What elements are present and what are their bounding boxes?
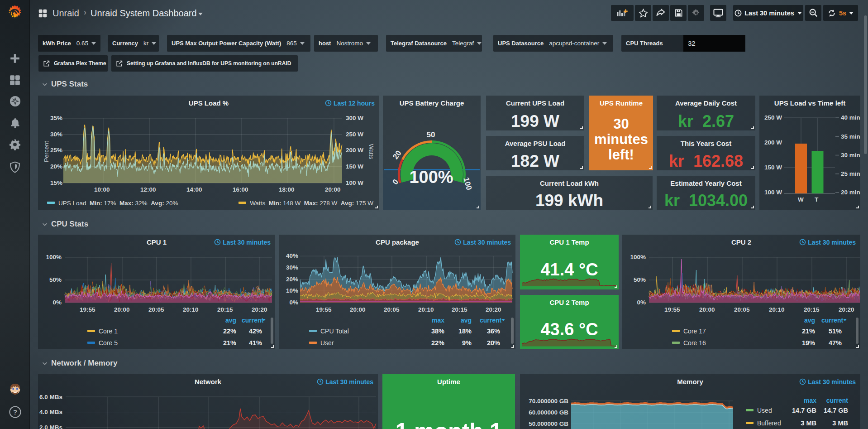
svg-text:50: 50 — [427, 130, 435, 139]
svg-text:100%: 100% — [409, 168, 453, 187]
svg-text:?: ? — [13, 408, 17, 416]
svg-text:20: 20 — [391, 149, 403, 161]
